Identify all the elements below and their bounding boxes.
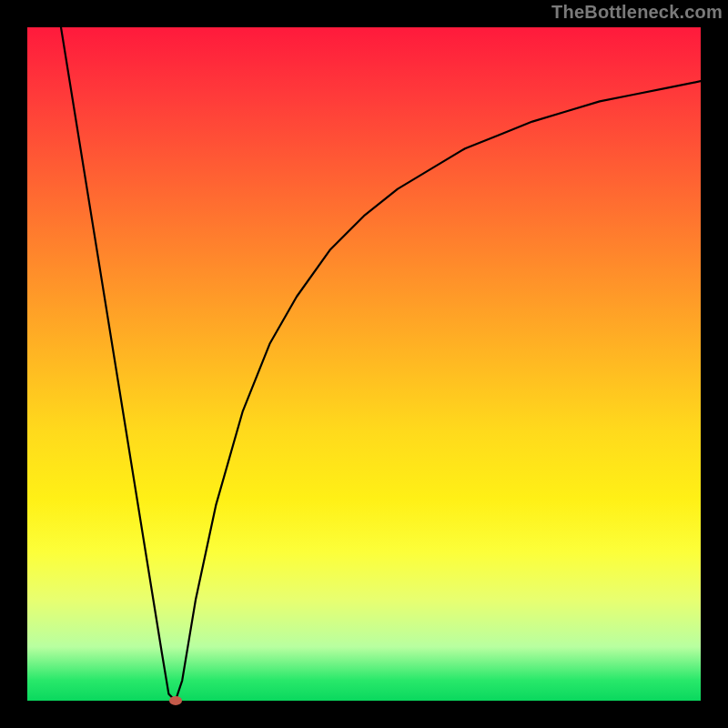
optimal-point-marker	[169, 696, 182, 705]
bottleneck-curve	[61, 27, 701, 701]
chart-frame: TheBottleneck.com	[0, 0, 728, 728]
plot-area	[27, 27, 701, 701]
watermark-text: TheBottleneck.com	[551, 2, 723, 23]
curve-layer	[27, 27, 701, 701]
